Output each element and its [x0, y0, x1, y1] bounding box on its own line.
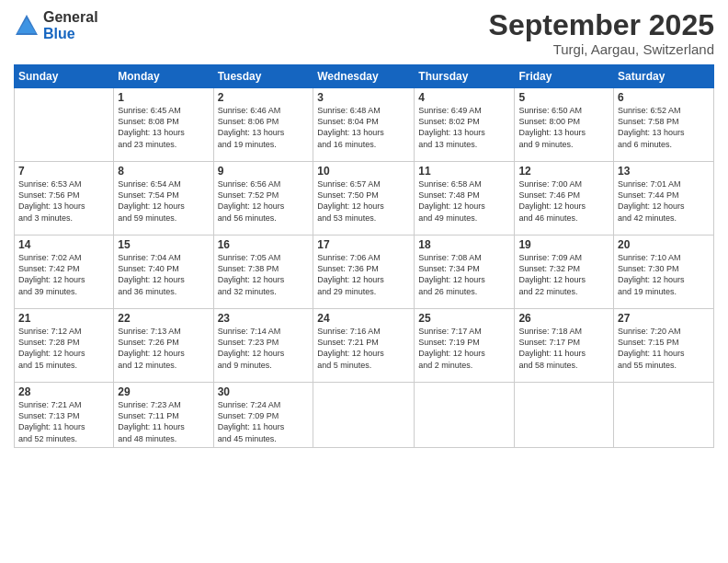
calendar-cell: 25Sunrise: 7:17 AM Sunset: 7:19 PM Dayli…: [415, 309, 515, 383]
calendar-cell: 11Sunrise: 6:58 AM Sunset: 7:48 PM Dayli…: [415, 162, 515, 236]
calendar-cell: 15Sunrise: 7:04 AM Sunset: 7:40 PM Dayli…: [114, 236, 213, 309]
cell-content: Sunrise: 7:00 AM Sunset: 7:46 PM Dayligh…: [518, 178, 609, 224]
weekday-header-row: SundayMondayTuesdayWednesdayThursdayFrid…: [15, 65, 714, 88]
month-title: September 2025: [489, 9, 714, 41]
cell-content: Sunrise: 7:21 AM Sunset: 7:13 PM Dayligh…: [18, 399, 109, 444]
calendar-cell: [415, 383, 515, 448]
cell-content: Sunrise: 6:48 AM Sunset: 8:04 PM Dayligh…: [317, 105, 410, 150]
calendar-cell: 20Sunrise: 7:10 AM Sunset: 7:30 PM Dayli…: [614, 236, 714, 309]
day-number: 24: [317, 312, 410, 325]
calendar-cell: 2Sunrise: 6:46 AM Sunset: 8:06 PM Daylig…: [213, 88, 313, 162]
cell-content: Sunrise: 7:02 AM Sunset: 7:42 PM Dayligh…: [18, 252, 109, 297]
calendar-cell: 16Sunrise: 7:05 AM Sunset: 7:38 PM Dayli…: [213, 236, 313, 309]
cell-content: Sunrise: 7:04 AM Sunset: 7:40 PM Dayligh…: [118, 252, 209, 297]
cell-content: Sunrise: 6:46 AM Sunset: 8:06 PM Dayligh…: [218, 105, 310, 150]
day-number: 20: [618, 238, 710, 251]
calendar-cell: 14Sunrise: 7:02 AM Sunset: 7:42 PM Dayli…: [15, 236, 114, 309]
calendar-cell: 5Sunrise: 6:50 AM Sunset: 8:00 PM Daylig…: [515, 88, 614, 162]
day-number: 5: [518, 91, 609, 104]
day-number: 21: [18, 312, 109, 325]
calendar-week-row: 21Sunrise: 7:12 AM Sunset: 7:28 PM Dayli…: [15, 309, 714, 383]
logo-icon: [14, 13, 40, 39]
cell-content: Sunrise: 6:56 AM Sunset: 7:52 PM Dayligh…: [218, 178, 310, 224]
day-number: 26: [518, 312, 609, 325]
cell-content: Sunrise: 6:50 AM Sunset: 8:00 PM Dayligh…: [518, 105, 609, 150]
day-number: 17: [317, 238, 410, 251]
calendar-cell: 4Sunrise: 6:49 AM Sunset: 8:02 PM Daylig…: [415, 88, 515, 162]
calendar-cell: 17Sunrise: 7:06 AM Sunset: 7:36 PM Dayli…: [313, 236, 415, 309]
day-number: 11: [418, 165, 510, 178]
day-number: 12: [518, 165, 609, 178]
calendar-cell: 7Sunrise: 6:53 AM Sunset: 7:56 PM Daylig…: [15, 162, 114, 236]
day-number: 15: [118, 238, 209, 251]
cell-content: Sunrise: 7:05 AM Sunset: 7:38 PM Dayligh…: [218, 252, 310, 297]
calendar-cell: 12Sunrise: 7:00 AM Sunset: 7:46 PM Dayli…: [515, 162, 614, 236]
logo-text: General Blue: [43, 9, 98, 41]
calendar-week-row: 1Sunrise: 6:45 AM Sunset: 8:08 PM Daylig…: [15, 88, 714, 162]
cell-content: Sunrise: 7:01 AM Sunset: 7:44 PM Dayligh…: [618, 178, 710, 224]
calendar-cell: 24Sunrise: 7:16 AM Sunset: 7:21 PM Dayli…: [313, 309, 415, 383]
cell-content: Sunrise: 7:17 AM Sunset: 7:19 PM Dayligh…: [418, 326, 510, 371]
weekday-header-sunday: Sunday: [15, 65, 114, 88]
title-block: September 2025 Turgi, Aargau, Switzerlan…: [489, 9, 714, 57]
calendar-cell: 18Sunrise: 7:08 AM Sunset: 7:34 PM Dayli…: [415, 236, 515, 309]
cell-content: Sunrise: 7:14 AM Sunset: 7:23 PM Dayligh…: [218, 326, 310, 371]
calendar-cell: 29Sunrise: 7:23 AM Sunset: 7:11 PM Dayli…: [114, 383, 213, 448]
day-number: 16: [218, 238, 310, 251]
cell-content: Sunrise: 7:23 AM Sunset: 7:11 PM Dayligh…: [118, 399, 209, 444]
cell-content: Sunrise: 7:16 AM Sunset: 7:21 PM Dayligh…: [317, 326, 410, 371]
calendar-week-row: 7Sunrise: 6:53 AM Sunset: 7:56 PM Daylig…: [15, 162, 714, 236]
calendar-table: SundayMondayTuesdayWednesdayThursdayFrid…: [14, 64, 714, 448]
weekday-header-friday: Friday: [515, 65, 614, 88]
day-number: 7: [18, 165, 109, 178]
header: General Blue September 2025 Turgi, Aarga…: [14, 9, 714, 57]
day-number: 9: [218, 165, 310, 178]
day-number: 18: [418, 238, 510, 251]
svg-marker-1: [17, 18, 36, 33]
calendar-cell: 13Sunrise: 7:01 AM Sunset: 7:44 PM Dayli…: [614, 162, 714, 236]
calendar-cell: 8Sunrise: 6:54 AM Sunset: 7:54 PM Daylig…: [114, 162, 213, 236]
weekday-header-tuesday: Tuesday: [213, 65, 313, 88]
cell-content: Sunrise: 7:18 AM Sunset: 7:17 PM Dayligh…: [518, 326, 609, 371]
calendar-week-row: 14Sunrise: 7:02 AM Sunset: 7:42 PM Dayli…: [15, 236, 714, 309]
calendar-cell: 28Sunrise: 7:21 AM Sunset: 7:13 PM Dayli…: [15, 383, 114, 448]
cell-content: Sunrise: 7:12 AM Sunset: 7:28 PM Dayligh…: [18, 326, 109, 371]
day-number: 30: [218, 385, 310, 398]
calendar-cell: 21Sunrise: 7:12 AM Sunset: 7:28 PM Dayli…: [15, 309, 114, 383]
cell-content: Sunrise: 6:54 AM Sunset: 7:54 PM Dayligh…: [118, 178, 209, 224]
calendar-cell: 6Sunrise: 6:52 AM Sunset: 7:58 PM Daylig…: [614, 88, 714, 162]
day-number: 14: [18, 238, 109, 251]
calendar-cell: [614, 383, 714, 448]
logo: General Blue: [14, 9, 98, 41]
cell-content: Sunrise: 7:20 AM Sunset: 7:15 PM Dayligh…: [618, 326, 710, 371]
weekday-header-wednesday: Wednesday: [313, 65, 415, 88]
calendar-cell: 3Sunrise: 6:48 AM Sunset: 8:04 PM Daylig…: [313, 88, 415, 162]
day-number: 6: [618, 91, 710, 104]
calendar-cell: 23Sunrise: 7:14 AM Sunset: 7:23 PM Dayli…: [213, 309, 313, 383]
cell-content: Sunrise: 6:57 AM Sunset: 7:50 PM Dayligh…: [317, 178, 410, 224]
day-number: 22: [118, 312, 209, 325]
cell-content: Sunrise: 6:58 AM Sunset: 7:48 PM Dayligh…: [418, 178, 510, 224]
calendar-cell: 26Sunrise: 7:18 AM Sunset: 7:17 PM Dayli…: [515, 309, 614, 383]
cell-content: Sunrise: 7:08 AM Sunset: 7:34 PM Dayligh…: [418, 252, 510, 297]
weekday-header-monday: Monday: [114, 65, 213, 88]
cell-content: Sunrise: 7:09 AM Sunset: 7:32 PM Dayligh…: [518, 252, 609, 297]
cell-content: Sunrise: 7:10 AM Sunset: 7:30 PM Dayligh…: [618, 252, 710, 297]
day-number: 28: [18, 385, 109, 398]
calendar-cell: 10Sunrise: 6:57 AM Sunset: 7:50 PM Dayli…: [313, 162, 415, 236]
cell-content: Sunrise: 6:52 AM Sunset: 7:58 PM Dayligh…: [618, 105, 710, 150]
day-number: 1: [118, 91, 209, 104]
day-number: 25: [418, 312, 510, 325]
calendar-cell: 27Sunrise: 7:20 AM Sunset: 7:15 PM Dayli…: [614, 309, 714, 383]
cell-content: Sunrise: 6:45 AM Sunset: 8:08 PM Dayligh…: [118, 105, 209, 150]
day-number: 10: [317, 165, 410, 178]
day-number: 23: [218, 312, 310, 325]
day-number: 13: [618, 165, 710, 178]
calendar-cell: 19Sunrise: 7:09 AM Sunset: 7:32 PM Dayli…: [515, 236, 614, 309]
day-number: 19: [518, 238, 609, 251]
calendar-cell: 30Sunrise: 7:24 AM Sunset: 7:09 PM Dayli…: [213, 383, 313, 448]
calendar-week-row: 28Sunrise: 7:21 AM Sunset: 7:13 PM Dayli…: [15, 383, 714, 448]
calendar-cell: 1Sunrise: 6:45 AM Sunset: 8:08 PM Daylig…: [114, 88, 213, 162]
calendar-cell: [15, 88, 114, 162]
day-number: 4: [418, 91, 510, 104]
